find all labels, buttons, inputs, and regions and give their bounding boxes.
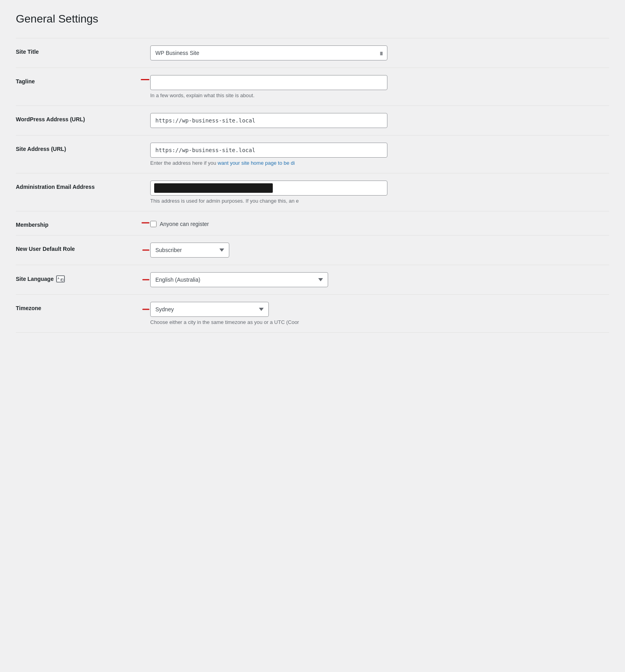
site-address-link[interactable]: want your site home page to be di [218,160,295,166]
user-role-select-wrapper: Subscriber Contributor Author Editor Adm… [150,243,229,258]
timezone-select-wrapper: Sydney Melbourne Brisbane Perth Auckland… [150,302,269,317]
settings-row-site-title: Site Title ∎ [16,38,609,68]
timezone-redline [142,309,149,310]
site-title-input[interactable] [150,45,387,60]
site-language-label: Site Language A 文 [16,272,150,282]
admin-email-input-cell: This address is used for admin purposes.… [150,181,609,204]
site-title-label: Site Title [16,45,150,55]
svg-text:A: A [57,277,59,280]
user-role-label: New User Default Role [16,243,150,252]
wp-address-label: WordPress Address (URL) [16,113,150,122]
settings-row-admin-email: Administration Email Address This addres… [16,173,609,211]
settings-row-timezone: Timezone Sydney Melbourne Brisbane Perth… [16,295,609,333]
tagline-description: In a few words, explain what this site i… [150,92,387,98]
admin-email-input[interactable] [150,181,387,196]
user-role-select[interactable]: Subscriber Contributor Author Editor Adm… [150,243,229,258]
language-icon: A 文 [56,275,65,282]
timezone-select[interactable]: Sydney Melbourne Brisbane Perth Auckland… [150,302,269,317]
membership-checkbox-wrapper: Anyone can register [150,218,609,227]
admin-email-label: Administration Email Address [16,181,150,190]
tagline-redline-wrapper [150,75,609,90]
settings-row-site-address: Site Address (URL) Enter the address her… [16,136,609,173]
settings-row-site-language: Site Language A 文 English (Australia) En… [16,265,609,295]
membership-label: Membership [16,218,150,228]
settings-row-tagline: Tagline In a few words, explain what thi… [16,68,609,106]
site-language-redline [142,279,149,280]
site-address-input-cell: Enter the address here if you want your … [150,143,609,166]
settings-form: Site Title ∎ Tagline In a few words, exp… [16,38,609,333]
user-role-input-cell: Subscriber Contributor Author Editor Adm… [150,243,609,258]
membership-checkbox-label: Anyone can register [160,221,209,227]
settings-row-membership: Membership Anyone can register [16,211,609,235]
tagline-input-cell: In a few words, explain what this site i… [150,75,609,98]
wp-address-input-cell [150,113,609,128]
admin-email-description: This address is used for admin purposes.… [150,198,387,204]
site-language-select[interactable]: English (Australia) English (US) English… [150,272,328,287]
site-language-input-cell: English (Australia) English (US) English… [150,272,609,287]
site-language-select-wrapper: English (Australia) English (US) English… [150,272,328,287]
site-title-input-cell: ∎ [150,45,609,60]
admin-email-wrapper [150,181,387,196]
membership-checkbox[interactable] [150,221,157,227]
timezone-description: Choose either a city in the same timezon… [150,319,387,325]
site-address-label: Site Address (URL) [16,143,150,152]
tagline-input[interactable] [150,75,387,90]
site-address-input[interactable] [150,143,387,158]
membership-input-cell: Anyone can register [150,218,609,227]
document-icon: ∎ [379,49,383,57]
user-role-redline [142,250,149,251]
site-address-description: Enter the address here if you want your … [150,160,387,166]
settings-row-wp-address: WordPress Address (URL) [16,106,609,136]
wp-address-input[interactable] [150,113,387,128]
timezone-input-cell: Sydney Melbourne Brisbane Perth Auckland… [150,302,609,325]
settings-row-user-role: New User Default Role Subscriber Contrib… [16,235,609,265]
page-title: General Settings [16,12,609,26]
tagline-redline [141,79,149,80]
timezone-label: Timezone [16,302,150,311]
site-title-input-wrapper: ∎ [150,45,387,60]
membership-redline [142,222,149,224]
tagline-label: Tagline [16,75,150,85]
